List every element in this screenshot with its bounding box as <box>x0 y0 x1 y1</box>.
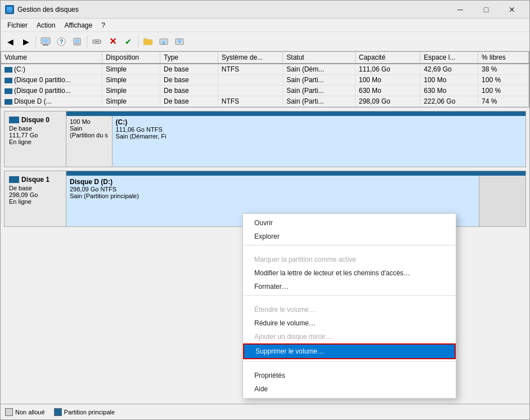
partitions-row-0: 100 Mo Sain (Partition du s (C:) 111,06 … <box>66 116 525 167</box>
ctx-item[interactable] <box>243 297 456 303</box>
menu-help[interactable]: ? <box>97 20 110 30</box>
svg-rect-3 <box>42 39 49 43</box>
legend-color-1 <box>54 408 62 416</box>
menu-action[interactable]: Action <box>32 20 60 30</box>
disk-name-0: Disque 0 <box>21 116 50 124</box>
col-capacite[interactable]: Capacité <box>355 52 420 64</box>
cell-pct: 100 % <box>478 86 529 96</box>
col-disposition[interactable]: Disposition <box>102 52 160 64</box>
cell-capacite: 298,09 Go <box>355 96 420 107</box>
ctx-item: Étendre le volume… <box>243 303 456 316</box>
ctx-item[interactable]: Réduire le volume… <box>243 316 456 330</box>
partition-status-1-0: Sain (Partition principale) <box>70 193 475 199</box>
cell-fs: NTFS <box>218 96 283 107</box>
ctx-item: Ajouter un disque miroir… <box>243 330 456 343</box>
toolbar-btn-link[interactable] <box>89 34 104 49</box>
cell-volume: (Disque 0 partitio... <box>1 86 102 96</box>
ctx-separator <box>243 361 456 361</box>
legend-item-0: Non alloué <box>5 408 45 416</box>
svg-rect-16 <box>177 39 182 42</box>
toolbar-btn-import[interactable] <box>156 34 171 49</box>
toolbar: ◀ ▶ ? ✕ ✔ <box>1 32 529 51</box>
cell-disposition: Simple <box>102 86 160 96</box>
cell-espace: 100 Mo <box>420 75 478 86</box>
svg-rect-4 <box>43 44 48 46</box>
disk-icon-0 <box>9 117 19 123</box>
cell-type: De base <box>160 96 218 107</box>
ctx-item[interactable]: Formater… <box>243 280 456 293</box>
toolbar-sep-1 <box>35 36 36 47</box>
col-espace[interactable]: Espace l... <box>420 52 478 64</box>
toolbar-btn-1[interactable] <box>38 34 53 49</box>
title-bar-left: Gestion des disques <box>5 5 79 14</box>
ctx-item[interactable]: Explorer <box>243 230 456 243</box>
table-row[interactable]: (Disque 0 partitio... Simple De base Sai… <box>1 75 529 86</box>
legend-color-0 <box>5 408 13 416</box>
ctx-separator <box>243 245 456 245</box>
disk-bar-0 <box>66 111 525 116</box>
window-controls: ─ □ ✕ <box>447 1 525 19</box>
toolbar-btn-folder[interactable] <box>141 34 155 49</box>
svg-rect-11 <box>95 41 99 42</box>
partition-label-0-1: (C:) <box>116 118 522 126</box>
close-button[interactable]: ✕ <box>499 1 525 19</box>
cell-fs <box>218 86 283 96</box>
forward-button[interactable]: ▶ <box>19 34 33 49</box>
toolbar-btn-check[interactable]: ✔ <box>121 34 136 49</box>
table-row[interactable]: Disque D (... Simple De base NTFS Sain (… <box>1 96 529 107</box>
partition-status-0-0: Sain (Partition du s <box>70 125 109 138</box>
ctx-item[interactable] <box>243 363 456 369</box>
minimize-button[interactable]: ─ <box>447 1 473 19</box>
cell-statut: Sain (Parti... <box>283 86 355 96</box>
ctx-item[interactable]: Supprimer le volume… <box>243 343 456 359</box>
disk-row-0: Disque 0 De base 111,77 Go En ligne 100 … <box>4 111 526 167</box>
partition-label-1-0: Disque D (D:) <box>70 178 475 186</box>
cell-capacite: 100 Mo <box>355 75 420 86</box>
col-pct[interactable]: % libres <box>478 52 529 64</box>
disk-status-1: En ligne <box>9 198 61 205</box>
col-fs[interactable]: Système de... <box>218 52 283 64</box>
cell-statut: Sain (Parti... <box>283 75 355 86</box>
table-row[interactable]: (Disque 0 partitio... Simple De base Sai… <box>1 86 529 96</box>
ctx-item[interactable]: Ouvrir <box>243 216 456 230</box>
toolbar-btn-2[interactable]: ? <box>54 34 69 49</box>
disk-type-0: De base <box>9 125 61 132</box>
svg-rect-8 <box>75 39 79 43</box>
ctx-item[interactable]: Modifier la lettre de lecteur et les che… <box>243 266 456 280</box>
partition-size-0-1: 111,06 Go NTFS <box>116 126 522 133</box>
partition-size-0-0: 100 Mo <box>70 118 109 125</box>
toolbar-btn-export[interactable] <box>172 34 187 49</box>
cell-disposition: Simple <box>102 64 160 75</box>
menu-affichage[interactable]: Affichage <box>60 20 97 30</box>
disk-icon-row-1: Disque 1 <box>9 176 61 184</box>
col-volume[interactable]: Volume <box>1 52 102 64</box>
maximize-button[interactable]: □ <box>473 1 499 19</box>
cell-espace: 222,06 Go <box>420 96 478 107</box>
app-icon <box>5 5 14 14</box>
partition-status-0-1: Sain (Démarrer, Fi <box>116 133 522 140</box>
ctx-item[interactable]: Aide <box>243 382 456 396</box>
menu-fichier[interactable]: Fichier <box>3 20 32 30</box>
legend-label-0: Non alloué <box>15 409 45 415</box>
cell-volume: (Disque 0 partitio... <box>1 75 102 86</box>
toolbar-btn-3[interactable] <box>70 34 84 49</box>
legend-item-1: Partition principale <box>54 408 115 416</box>
cell-pct: 38 % <box>478 64 529 75</box>
toolbar-btn-delete[interactable]: ✕ <box>105 34 120 49</box>
legend-bar: Non alloué Partition principale <box>1 404 529 419</box>
disk-size-1: 298,09 Go <box>9 191 61 198</box>
col-statut[interactable]: Statut <box>283 52 355 64</box>
partition-1-1[interactable] <box>479 176 525 226</box>
disk-bar-1 <box>66 171 525 176</box>
cell-pct: 100 % <box>478 75 529 86</box>
cell-disposition: Simple <box>102 75 160 86</box>
partition-0-0[interactable]: 100 Mo Sain (Partition du s <box>66 116 113 167</box>
svg-rect-14 <box>163 43 165 44</box>
table-row[interactable]: (C:) Simple De base NTFS Sain (Dém... 11… <box>1 64 529 75</box>
partition-0-1[interactable]: (C:) 111,06 Go NTFS Sain (Démarrer, Fi <box>113 116 525 167</box>
col-type[interactable]: Type <box>160 52 218 64</box>
back-button[interactable]: ◀ <box>3 34 17 49</box>
cell-disposition: Simple <box>102 96 160 107</box>
ctx-item[interactable] <box>243 247 456 253</box>
ctx-item[interactable]: Propriétés <box>243 369 456 382</box>
